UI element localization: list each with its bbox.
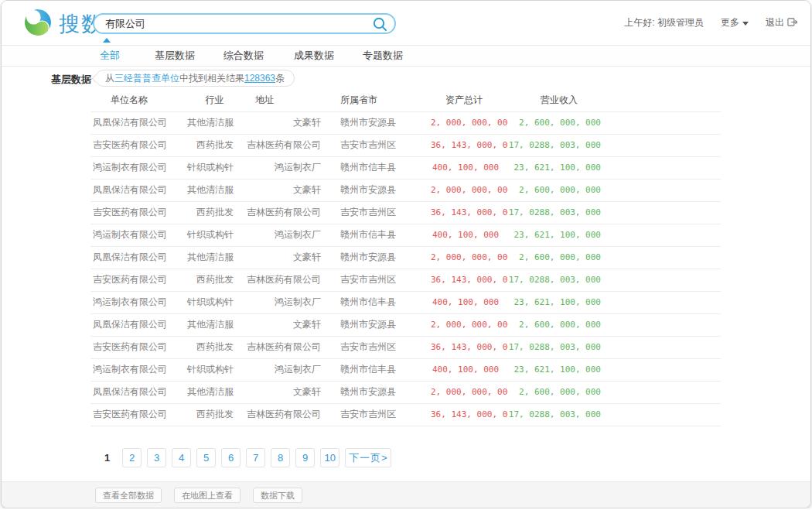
col-header-company-name: 单位名称 [90,90,168,111]
page-button-3[interactable]: 3 [147,448,166,467]
search-icon[interactable] [372,16,387,32]
cell-revenue: 17, 0288, 003, 000 [508,269,721,291]
page-button-6[interactable]: 6 [221,448,241,467]
cell-total-assets: 36, 143, 000, 000 [431,201,508,224]
table-row[interactable]: 吉安医药有限公司西药批发吉林医药有限公司吉安市吉州区36, 143, 000, … [90,269,721,291]
cell-address: 吉林医药有限公司 [241,269,330,291]
cell-address: 文豪轩 [241,111,330,134]
cell-industry: 其他清洁服 [168,179,241,201]
cell-company-name: 鸿运制衣有限公司 [90,358,168,381]
cell-address: 文豪轩 [241,381,330,403]
tab-all[interactable]: 全部 [100,49,120,63]
user-area: 上午好: 初级管理员 更多 退出 [624,1,798,45]
cell-region: 赣州市安源县 [330,179,431,201]
cell-revenue: 23, 621, 100, 000 [508,224,721,246]
table-row[interactable]: 鸿运制衣有限公司针织或构针鸿运制衣厂赣州市信丰县400, 100, 00023,… [90,156,721,179]
table-row[interactable]: 吉安医药有限公司西药批发吉林医药有限公司吉安市吉州区36, 143, 000, … [90,336,721,358]
table-row[interactable]: 凤凰保洁有限公司其他清洁服文豪轩赣州市安源县2, 000, 000, 0002,… [90,313,721,336]
cell-company-name: 凤凰保洁有限公司 [90,179,168,201]
cell-address: 文豪轩 [241,179,330,201]
col-header-total-assets: 资产总计 [431,90,508,111]
view-all-data-button[interactable]: 查看全部数据 [95,488,162,503]
cell-region: 赣州市信丰县 [330,358,431,381]
table-row[interactable]: 鸿运制衣有限公司针织或构针鸿运制衣厂赣州市信丰县400, 100, 00023,… [90,224,721,246]
cell-industry: 其他清洁服 [168,111,241,134]
app-window: 搜数 上午好: 初级管理员 更多 退出 [1,0,811,508]
table-row[interactable]: 鸿运制衣有限公司针织或构针鸿运制衣厂赣州市信丰县400, 100, 00023,… [90,291,721,313]
cell-company-name: 凤凰保洁有限公司 [90,381,168,403]
cell-address: 吉林医药有限公司 [241,336,330,358]
table-header-row: 单位名称 行业 地址 所属省市 资产总计 营业收入 [90,90,721,111]
tab-comprehensive-data[interactable]: 综合数据 [223,49,264,63]
cell-company-name: 吉安医药有限公司 [90,201,168,224]
cell-revenue: 2, 600, 000, 000 [508,313,721,336]
cell-industry: 其他清洁服 [168,246,241,269]
more-menu-button[interactable]: 更多 [721,16,749,29]
cell-total-assets: 400, 100, 000 [431,358,508,381]
results-table-body: 凤凰保洁有限公司其他清洁服文豪轩赣州市安源县2, 000, 000, 0002,… [90,111,721,426]
result-bar: 基层数据 从三经普普查单位中找到相关结果128363条 [2,67,810,90]
cell-region: 赣州市安源县 [330,313,431,336]
data-download-button[interactable]: 数据下载 [253,488,302,503]
cell-company-name: 吉安医药有限公司 [90,134,168,156]
table-row[interactable]: 凤凰保洁有限公司其他清洁服文豪轩赣州市安源县2, 000, 000, 0002,… [90,246,721,269]
chevron-down-icon [742,22,749,26]
logout-icon [787,17,798,29]
cell-region: 赣州市信丰县 [330,156,431,179]
logout-label: 退出 [766,16,784,29]
cell-total-assets: 400, 100, 000 [431,291,508,313]
page-button-5[interactable]: 5 [196,448,216,467]
cell-revenue: 23, 621, 100, 000 [508,291,721,313]
result-prefix: 从 [105,73,114,84]
cell-address: 吉林医药有限公司 [241,134,330,156]
tab-basic-data[interactable]: 基层数据 [155,49,195,63]
cell-industry: 西药批发 [168,134,241,156]
page-button-7[interactable]: 7 [246,448,265,467]
cell-address: 文豪轩 [241,313,330,336]
tab-topic-data[interactable]: 专题数据 [363,49,403,63]
cell-total-assets: 36, 143, 000, 000 [431,269,508,291]
greeting-text: 上午好: 初级管理员 [624,16,704,29]
cell-revenue: 2, 600, 000, 000 [508,246,721,269]
cell-region: 吉安市吉州区 [330,269,431,291]
cell-total-assets: 36, 143, 000, 000 [431,403,508,426]
page-button-9[interactable]: 9 [295,448,315,467]
cell-company-name: 吉安医药有限公司 [90,403,168,426]
cell-address: 鸿运制衣厂 [241,358,330,381]
page-button-4[interactable]: 4 [172,448,191,467]
table-row[interactable]: 鸿运制衣有限公司针织或构针鸿运制衣厂赣州市信丰县400, 100, 00023,… [90,358,721,381]
cell-industry: 针织或构针 [168,358,241,381]
table-row[interactable]: 吉安医药有限公司西药批发吉林医药有限公司吉安市吉州区36, 143, 000, … [90,134,721,156]
cell-total-assets: 2, 000, 000, 000 [431,179,508,201]
page-button-2[interactable]: 2 [122,448,142,467]
tab-bar: 全部基层数据综合数据成果数据专题数据 [2,45,810,67]
cell-total-assets: 2, 000, 000, 000 [431,313,508,336]
search-box [93,13,396,34]
page-button-8[interactable]: 8 [271,448,290,467]
table-row[interactable]: 吉安医药有限公司西药批发吉林医药有限公司吉安市吉州区36, 143, 000, … [90,201,721,224]
cell-revenue: 17, 0288, 003, 000 [508,134,721,156]
current-page: 1 [104,452,110,464]
logout-button[interactable]: 退出 [766,16,798,29]
cell-company-name: 鸿运制衣有限公司 [90,291,168,313]
table-row[interactable]: 吉安医药有限公司西药批发吉林医药有限公司吉安市吉州区36, 143, 000, … [90,403,721,426]
search-input[interactable] [94,15,372,33]
result-suffix: 条 [275,73,285,84]
cell-revenue: 23, 621, 100, 000 [508,358,721,381]
view-on-map-button[interactable]: 在地图上查看 [174,488,241,503]
next-page-button[interactable]: 下一页> [345,448,391,467]
cell-revenue: 2, 600, 000, 000 [508,179,721,201]
cell-industry: 西药批发 [168,201,241,224]
col-header-address: 地址 [241,90,330,111]
page-button-10[interactable]: 10 [320,448,339,467]
tab-achievement-data[interactable]: 成果数据 [294,49,334,63]
cell-industry: 针织或构针 [168,224,241,246]
cell-revenue: 2, 600, 000, 000 [508,381,721,403]
table-row[interactable]: 凤凰保洁有限公司其他清洁服文豪轩赣州市安源县2, 000, 000, 0002,… [90,179,721,201]
cell-address: 鸿运制衣厂 [241,224,330,246]
logo[interactable]: 搜数 [23,8,104,40]
result-count-link[interactable]: 128363 [244,73,275,84]
table-row[interactable]: 凤凰保洁有限公司其他清洁服文豪轩赣州市安源县2, 000, 000, 0002,… [90,111,721,134]
source-link[interactable]: 三经普普查单位 [114,73,179,84]
table-row[interactable]: 凤凰保洁有限公司其他清洁服文豪轩赣州市安源县2, 000, 000, 0002,… [90,381,721,403]
